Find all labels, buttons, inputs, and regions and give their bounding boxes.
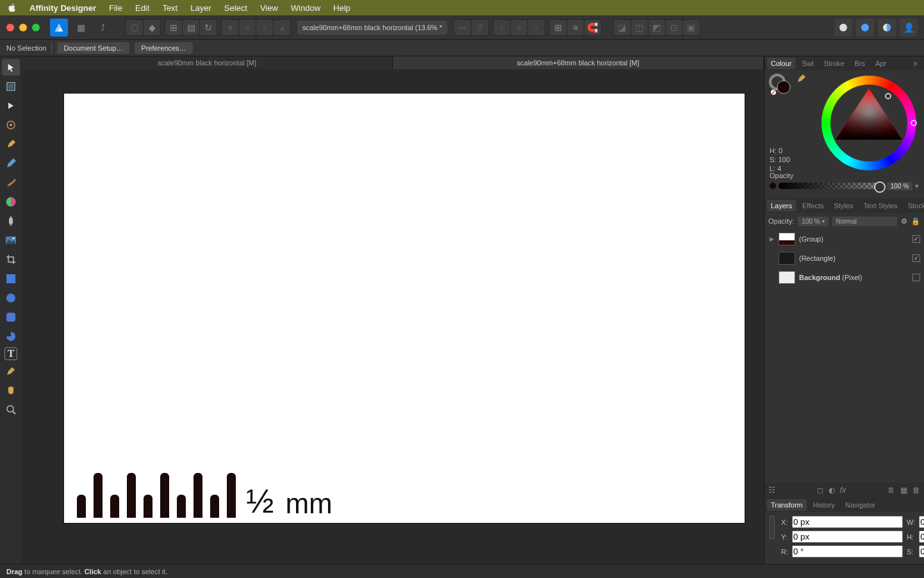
place-image-tool[interactable] — [2, 232, 20, 249]
pie-tool[interactable] — [2, 328, 20, 345]
tab-stroke[interactable]: Stroke — [820, 58, 848, 69]
delete-layer-icon[interactable]: 🗑 — [912, 486, 920, 495]
tab-appearance[interactable]: Apr — [871, 58, 890, 69]
tab-transform[interactable]: Transform — [767, 499, 807, 511]
transform-x-input[interactable] — [792, 516, 903, 528]
menu-window[interactable]: Window — [291, 3, 320, 13]
eyedropper-tool[interactable] — [2, 363, 20, 379]
fill-tool[interactable] — [2, 194, 20, 210]
mask-icon[interactable]: ◻ — [817, 486, 823, 495]
menu-layer[interactable]: Layer — [190, 3, 211, 13]
layer-row-group[interactable]: ▶ (Group) ✓ — [764, 229, 924, 249]
menu-select[interactable]: Select — [224, 3, 247, 13]
persona-export-icon[interactable]: ⤴ — [94, 19, 111, 37]
align-left-icon[interactable]: ⫞ — [493, 20, 510, 35]
tab-layers[interactable]: Layers — [767, 200, 796, 211]
baseline-icon[interactable]: ≡ — [567, 20, 584, 35]
persona-pixel-icon[interactable]: ▦ — [72, 19, 90, 37]
document-tab-1[interactable]: scale90mm+68mm black horizontal [M] — [393, 56, 764, 69]
quick-shape-icon[interactable] — [856, 19, 874, 37]
transform-y-input[interactable] — [792, 531, 903, 543]
back-one-icon[interactable]: ▿ — [239, 20, 256, 35]
tab-styles[interactable]: Styles — [830, 200, 857, 211]
move-tool[interactable] — [2, 59, 20, 76]
insert-lock-icon[interactable]: ▣ — [683, 20, 700, 35]
corner-tool[interactable] — [2, 117, 20, 133]
document-dropdown[interactable]: scale90mm+68mm black horizontal (13.6% * — [297, 21, 447, 35]
menu-text[interactable]: Text — [162, 3, 177, 13]
transform-r-input[interactable] — [792, 545, 903, 557]
visibility-checkbox[interactable]: ✓ — [912, 235, 920, 243]
node-tool[interactable] — [2, 97, 20, 114]
layer-row-background[interactable]: Background (Pixel) — [764, 268, 924, 287]
apple-menu-icon[interactable] — [8, 3, 17, 12]
anchor-selector[interactable] — [770, 516, 775, 539]
select-cycle-icon[interactable]: ↻ — [200, 20, 217, 35]
hand-tool[interactable] — [2, 382, 20, 399]
expand-icon[interactable]: ▶ — [768, 236, 775, 242]
transform-w-input[interactable] — [919, 516, 924, 528]
app-name[interactable]: Affinity Designer — [29, 3, 96, 13]
transparency-tool[interactable] — [2, 213, 20, 229]
minimize-window-icon[interactable] — [19, 24, 27, 31]
tab-swatches[interactable]: Swt — [798, 58, 817, 69]
menu-help[interactable]: Help — [333, 3, 351, 13]
visibility-checkbox[interactable] — [912, 274, 920, 281]
close-window-icon[interactable] — [6, 24, 14, 31]
text-tool[interactable]: T — [4, 347, 17, 360]
quick-fx-icon[interactable] — [878, 19, 896, 37]
menu-view[interactable]: View — [260, 3, 278, 13]
layer-row-rectangle[interactable]: (Rectangle) ✓ — [764, 249, 924, 268]
align-right-icon[interactable]: ⫠ — [528, 20, 545, 35]
transform-s-input[interactable] — [919, 545, 924, 557]
artboard-tool[interactable] — [2, 78, 20, 95]
op-subtract-icon[interactable]: ◆ — [144, 20, 160, 35]
persona-designer-icon[interactable] — [50, 19, 68, 37]
fx-icon[interactable]: fx — [840, 486, 846, 495]
layer-settings-icon[interactable]: ⚙ — [901, 217, 907, 226]
select-all-icon[interactable]: ⊞ — [165, 20, 182, 35]
grid-icon[interactable]: ⊞ — [550, 20, 566, 35]
fill-stroke-wells[interactable] — [768, 73, 794, 96]
visibility-checkbox[interactable]: ✓ — [912, 254, 920, 262]
layer-stack-icon[interactable]: ☷ — [768, 486, 775, 495]
panel-menu-icon[interactable]: ≡ — [910, 58, 921, 69]
op-add-icon[interactable]: ⬠ — [126, 20, 143, 35]
menu-edit[interactable]: Edit — [135, 3, 149, 13]
opacity-dropdown-icon[interactable]: ▾ — [915, 182, 919, 190]
document-tab-0[interactable]: scale90mm black horizontal [M] — [22, 56, 393, 69]
zoom-tool[interactable] — [2, 401, 20, 418]
tab-colour[interactable]: Colour — [767, 58, 795, 69]
add-pixel-layer-icon[interactable]: ▦ — [900, 486, 907, 495]
tab-effects[interactable]: Effects — [798, 200, 827, 211]
layer-opacity-field[interactable]: 100 % ▾ — [798, 217, 828, 226]
colour-wheel[interactable] — [819, 73, 919, 173]
vector-brush-tool[interactable] — [2, 174, 20, 191]
rectangle-tool[interactable] — [2, 270, 20, 287]
adjustment-icon[interactable]: ◐ — [829, 486, 835, 495]
crop-tool[interactable] — [2, 251, 20, 268]
transform-h-input[interactable] — [919, 531, 924, 543]
ellipse-tool[interactable] — [2, 290, 20, 306]
quick-mask-icon[interactable] — [834, 19, 852, 37]
select-invert-icon[interactable]: ▤ — [183, 20, 199, 35]
add-layer-icon[interactable]: 🗎 — [887, 486, 895, 495]
move-front-icon[interactable]: ▴ — [274, 20, 290, 35]
opacity-value[interactable]: 100 % — [887, 182, 912, 190]
move-back-icon[interactable]: ▾ — [222, 20, 238, 35]
menu-file[interactable]: File — [109, 3, 122, 13]
tab-text-styles[interactable]: Text Styles — [859, 200, 901, 211]
tab-navigator[interactable]: Navigator — [841, 499, 879, 511]
document-setup-button[interactable]: Document Setup… — [57, 42, 129, 54]
layer-lock-icon[interactable]: 🔒 — [911, 217, 920, 226]
snapping-icon[interactable]: 🧲 — [584, 20, 601, 35]
layer-blend-dropdown[interactable]: Normal — [832, 217, 897, 226]
insert-front-icon[interactable]: ◩ — [648, 20, 665, 35]
flip-h-icon[interactable]: ⇋ — [454, 20, 471, 35]
pen-tool[interactable] — [2, 136, 20, 153]
insert-behind-icon[interactable]: ◪ — [614, 20, 631, 35]
canvas[interactable]: ½ mm — [64, 94, 745, 523]
flip-v-icon[interactable]: ⇵ — [472, 20, 488, 35]
pencil-tool[interactable] — [2, 155, 20, 172]
tab-history[interactable]: History — [809, 499, 839, 511]
